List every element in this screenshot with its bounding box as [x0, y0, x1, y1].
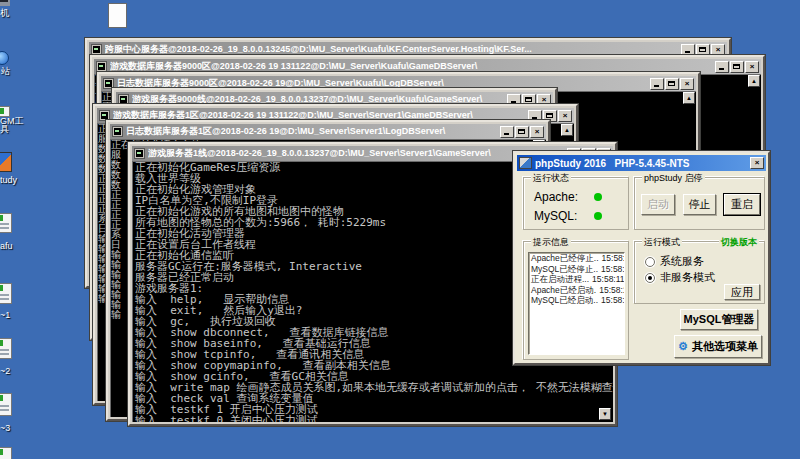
- radio-icon: [645, 257, 655, 267]
- control-group-label: phpStudy 启停: [642, 172, 705, 185]
- console-icon: [134, 148, 145, 159]
- maximize-button[interactable]: [730, 61, 744, 73]
- app-icon: [0, 447, 12, 459]
- mode-group-label: 运行模式: [642, 236, 682, 249]
- console-titlebar[interactable]: 日志数据库服务器1区@2018-02-26 19@D:\MU_Server\Se…: [110, 124, 546, 139]
- globe-icon: [0, 51, 9, 65]
- control-group: phpStudy 启停 启动 停止 重启: [634, 177, 765, 230]
- mysql-manager-button[interactable]: MySQL管理器: [680, 309, 758, 330]
- icon-label: afu: [0, 241, 13, 251]
- close-button[interactable]: ×: [745, 61, 759, 73]
- stop-button[interactable]: 停止: [683, 194, 716, 215]
- app-icon: [0, 338, 12, 359]
- status-group-label: 运行状态: [531, 172, 571, 185]
- mode-option-system-service[interactable]: 系统服务: [645, 254, 704, 269]
- restart-button[interactable]: 重启: [724, 194, 760, 215]
- phpstudy-title: phpStudy 2016: [535, 158, 606, 169]
- maximize-button[interactable]: [515, 126, 529, 138]
- minimize-button[interactable]: [650, 78, 664, 90]
- message-item: MySQL已经启动..15:58:11: [529, 295, 624, 306]
- close-button[interactable]: ×: [530, 126, 544, 138]
- icon-label: 站: [1, 65, 10, 78]
- phpstudy-title-suffix: PHP-5.4.45-NTS: [614, 158, 689, 169]
- scroll-up-button[interactable]: ▲: [748, 75, 760, 87]
- console-icon: [91, 44, 102, 55]
- mode-option-non-service[interactable]: 非服务模式: [645, 270, 715, 285]
- icon-label: ~2: [0, 366, 10, 376]
- message-item: MySQL已经停止..15:58:09: [529, 264, 624, 275]
- messages-group: 提示信息 Apache已经停止..15:58:09MySQL已经停止..15:5…: [523, 241, 629, 360]
- close-button[interactable]: ×: [711, 44, 725, 56]
- close-button[interactable]: ×: [558, 110, 572, 122]
- other-options-label: 其他选项菜单: [692, 339, 758, 354]
- icon-label: GM工 具: [0, 117, 24, 133]
- apache-status-label: Apache:: [534, 190, 578, 204]
- mode-option-label: 非服务模式: [660, 270, 715, 285]
- minimize-button[interactable]: [681, 44, 695, 56]
- mysql-status-dot: [594, 212, 602, 220]
- mode-group: 运行模式 切换版本 系统服务 非服务模式 应用: [634, 241, 765, 304]
- message-item: 正在启动进程...15:58:11: [529, 274, 624, 285]
- mysql-status-label: MySQL:: [534, 209, 577, 223]
- message-item: Apache已经停止..15:58:09: [529, 253, 624, 264]
- phpstudy-titlebar[interactable]: phpStudy 2016 PHP-5.4.45-NTS ×: [517, 155, 766, 171]
- icon-label: tudy: [0, 175, 17, 185]
- start-button[interactable]: 启动: [641, 194, 675, 215]
- maximize-button[interactable]: [665, 78, 679, 90]
- phpstudy-window[interactable]: phpStudy 2016 PHP-5.4.45-NTS × 运行状态 Apac…: [513, 151, 770, 365]
- gear-icon: ⚙: [678, 340, 688, 353]
- console-line: 输入 testkf 0 关闭中心压力测试: [135, 415, 613, 422]
- apply-button[interactable]: 应用: [724, 284, 760, 300]
- close-button[interactable]: ×: [750, 157, 764, 169]
- apache-status-dot: [594, 193, 602, 201]
- notepad-icon: [108, 3, 127, 28]
- maximize-button[interactable]: [696, 44, 710, 56]
- messages-group-label: 提示信息: [531, 236, 571, 249]
- console-icon: [96, 61, 107, 72]
- minimize-button[interactable]: [715, 61, 729, 73]
- close-button[interactable]: ×: [680, 78, 694, 90]
- app-icon: [0, 283, 12, 304]
- switch-version-link[interactable]: 切换版本: [719, 236, 759, 249]
- mode-option-label: 系统服务: [660, 254, 704, 269]
- minimize-button[interactable]: [500, 126, 514, 138]
- window-title: 日志数据库服务器1区@2018-02-26 19@D:\MU_Server\Se…: [126, 125, 498, 138]
- icon-label: 机: [0, 7, 9, 20]
- phpstudy-icon: [519, 157, 532, 169]
- scroll-up-button[interactable]: ▲: [683, 92, 695, 104]
- folder-icon: [0, 213, 12, 233]
- radio-icon-selected: [645, 273, 655, 283]
- icon-label: ~3: [0, 423, 10, 433]
- console-icon: [112, 126, 123, 137]
- status-group: 运行状态 Apache: MySQL:: [523, 177, 629, 230]
- desktop: 机 07.1-3 站 GM工 具 tudy afu ~1 ~2 ~3 跨服: [0, 0, 800, 459]
- message-item: Apache已经启动.15:58:11: [529, 285, 624, 296]
- icon-label: ~1: [0, 310, 10, 320]
- messages-listbox[interactable]: Apache已经停止..15:58:09MySQL已经停止..15:58:09正…: [528, 252, 625, 355]
- scroll-up-button[interactable]: ▲: [561, 124, 573, 136]
- scroll-down-button[interactable]: ▼: [599, 408, 611, 420]
- computer-icon: [0, 0, 10, 6]
- other-options-button[interactable]: ⚙ 其他选项菜单: [674, 335, 762, 358]
- phpstudy-logo-icon: [0, 152, 12, 172]
- window-title: 游戏服务器1线@2018-02-26_19_8.0.0.13237@D:\MU_…: [148, 147, 565, 160]
- app-icon: [0, 393, 12, 416]
